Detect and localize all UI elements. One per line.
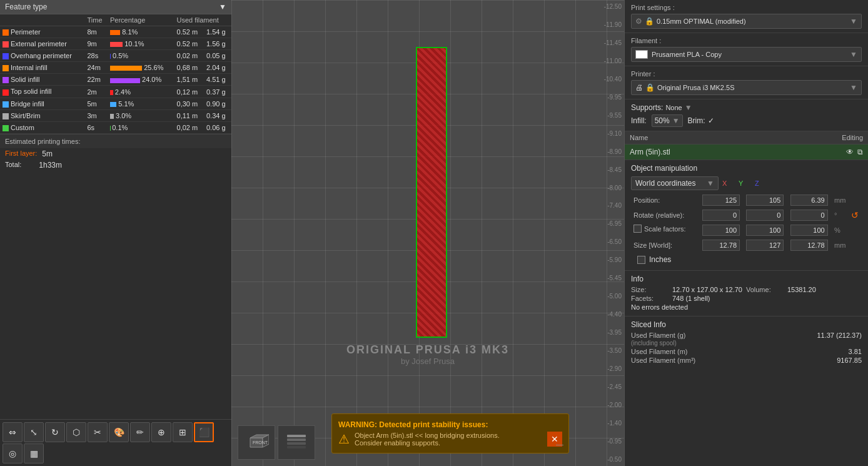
print-object[interactable] [416,47,447,338]
coord-system-value: World coordinates [635,179,696,188]
feature-row: External perimeter 9m 10.1% 0.52 m 1.56 … [0,38,231,50]
scale-lock-icon[interactable] [633,225,642,233]
feature-row: Custom 6s 0.1% 0,02 m 0.06 g [0,121,231,133]
coord-system-row: World coordinates ▼ X Y Z [631,176,862,190]
fil-g-note: (including spool) [631,340,677,347]
brim-label: Brim: [688,116,705,125]
supports-infill-section: Supports: None ▼ Infill: 50% ▼ Brim: ✓ [625,99,868,131]
axis-y-label: Y [739,180,751,187]
feature-time: 5m [84,98,108,109]
position-label: Position: [631,193,700,208]
object-mesh [416,47,447,338]
facets-label: Facets: [631,295,669,302]
feature-type-header: Feature type ▼ [0,0,231,14]
tool-scale[interactable]: ⤡ [24,422,44,442]
object-copy-icon[interactable]: ⧉ [857,148,863,156]
feature-bar: 3.0% [108,109,174,121]
feature-name: Solid infill [0,74,84,86]
printer-dropdown[interactable]: 🖨 🔒 Original Prusa i3 MK2.5S ▼ [631,80,862,95]
manipulation-table: Position: mm Rotate (relative): ° ↺ Scal… [631,193,862,253]
tool-orient[interactable]: ◎ [3,443,23,463]
scale-z-input[interactable] [790,225,828,236]
warning-title: WARNING: Detected print stability issues… [338,420,562,429]
coord-system-dropdown[interactable]: World coordinates ▼ [631,176,719,190]
position-y-input[interactable] [746,195,784,206]
scale-unit: % [832,223,849,238]
supports-dropdown-arrow[interactable]: ▼ [685,103,692,112]
inches-checkbox[interactable] [637,256,645,264]
feature-table: Time Percentage Used filament Perimeter … [0,14,231,134]
size-x-input[interactable] [702,240,740,251]
size-z-input[interactable] [790,240,828,251]
nav-cube-button[interactable]: FRONT [238,425,275,460]
tool-cut[interactable]: ✂ [88,422,108,442]
infill-arrow: ▼ [672,116,680,125]
tool-boolean[interactable]: ⬛ [194,422,214,442]
tool-move[interactable]: ⇔ [3,422,23,442]
print-profile-value: 0.15mm OPTIMAL (modified) [657,18,850,25]
size-row: Size [World]: mm [631,238,862,253]
total-value: 1h33m [39,161,62,170]
fil-g-row: Used Filament (g) (including spool) 11.3… [631,332,862,347]
feature-bar: 0.1% [108,121,174,133]
col-header-time: Time [84,14,108,26]
scale-x-input[interactable] [702,225,740,236]
filament-dropdown[interactable]: Prusament PLA - Copy ▼ [631,47,862,62]
object-row[interactable]: Arm (5in).stl 👁 ⧉ [625,144,868,160]
feature-time: 28s [84,50,108,62]
supports-value: None [665,104,682,111]
rotate-y-input[interactable] [746,210,784,221]
feature-time: 3m [84,109,108,121]
fil-g-value: 11.37 (212.37) [817,332,862,347]
object-name: Arm (5in).stl [630,148,670,156]
rotate-row: Rotate (relative): ° ↺ [631,208,862,223]
object-eye-icon[interactable]: 👁 [846,148,854,156]
feature-name: Overhang perimeter [0,50,84,62]
tool-layer-paint[interactable]: 🎨 [109,422,129,442]
tool-arrange[interactable]: ▦ [24,443,44,463]
position-x-input[interactable] [702,195,740,206]
view-controls: FRONT [238,425,315,460]
tool-seam[interactable]: ⊕ [151,422,171,442]
position-z-input[interactable] [790,195,828,206]
warning-minimize-button[interactable]: — [556,440,563,449]
feature-row: Top solid infill 2m 2.4% 0,12 m 0.37 g [0,86,231,98]
scale-y-input[interactable] [746,225,784,236]
warning-icon: ⚠ [338,432,350,447]
feature-row: Perimeter 8m 8.1% 0.52 m 1.54 g [0,26,231,38]
filament-value: Prusament PLA - Copy [652,51,846,58]
feature-time: 6s [84,121,108,133]
tool-place-face[interactable]: ⬡ [66,422,86,442]
filament-color-swatch [635,50,648,59]
size-info-value: 12.70 x 127.00 x 12.70 [672,286,742,293]
feature-bar: 25.6% [108,62,174,74]
layer-view-button[interactable] [278,425,315,460]
feature-bar: 24.0% [108,74,174,86]
tool-support-paint[interactable]: ✏ [130,422,150,442]
errors-value: No errors detected [631,303,688,311]
tool-fdm-support[interactable]: ⊞ [173,422,193,442]
rotate-x-input[interactable] [702,210,740,221]
feature-dist: 0,12 m [174,86,204,98]
size-label: Size [World]: [631,238,700,253]
object-list-header: Name Editing [625,131,868,144]
settings-gear-icon: ⚙ [635,17,642,26]
tool-rotate[interactable]: ↻ [45,422,65,442]
warning-msg1: Object Arm (5in).stl << long bridging ex… [355,432,542,439]
fil-mm3-row: Used Filament (mm³) 9167.85 [631,357,862,364]
infill-row: Infill: 50% ▼ Brim: ✓ [631,114,862,127]
feature-bar: 2.4% [108,86,174,98]
rotate-z-input[interactable] [790,210,828,221]
feature-type-dropdown-arrow[interactable]: ▼ [219,3,226,11]
print-profile-dropdown[interactable]: ⚙ 🔒 0.15mm OPTIMAL (modified) ▼ [631,14,862,29]
rotate-reset-button[interactable]: ↺ [851,210,859,220]
svg-rect-4 [287,435,306,437]
infill-select[interactable]: 50% ▼ [652,114,683,127]
feature-weight: 0.06 g [204,121,231,133]
errors-row: No errors detected [631,303,862,311]
brim-checkmark[interactable]: ✓ [708,116,714,125]
size-y-input[interactable] [746,240,784,251]
col-header-pct: Percentage [108,14,174,26]
feature-dist: 0.52 m [174,38,204,50]
printer-section: Printer : 🖨 🔒 Original Prusa i3 MK2.5S ▼ [625,66,868,99]
